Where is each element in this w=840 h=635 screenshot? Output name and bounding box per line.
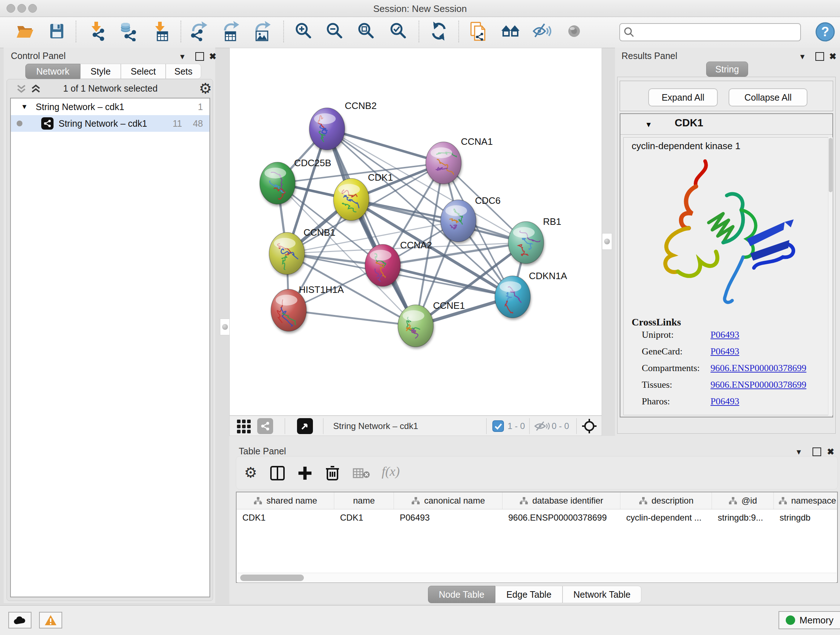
fit-selected-icon[interactable] <box>581 418 597 434</box>
right-splitter-handle[interactable] <box>602 233 612 250</box>
protein-collapse-icon[interactable]: ▼ <box>645 120 652 129</box>
table-panel-maximize-icon[interactable] <box>813 448 821 456</box>
network-collection-row[interactable]: ▼ String Network – cdk1 1 <box>11 98 210 115</box>
function-builder-icon[interactable]: f(x) <box>382 464 400 479</box>
tab-select[interactable]: Select <box>121 64 166 79</box>
network-edge[interactable] <box>327 129 416 326</box>
cloud-button[interactable] <box>8 612 32 629</box>
table-cell[interactable]: CDK1 <box>237 509 334 526</box>
node-label-CCNB1[interactable]: CCNB1 <box>303 227 335 238</box>
show-columns-icon[interactable] <box>270 465 286 481</box>
tab-style[interactable]: Style <box>80 64 121 79</box>
column-header-5[interactable]: description <box>621 492 712 509</box>
node-label-CCNA1[interactable]: CCNA1 <box>461 136 493 147</box>
crosslink-link[interactable]: P06493 <box>711 346 739 357</box>
zoom-selected-icon[interactable] <box>388 21 409 41</box>
hide-unhide-icon[interactable] <box>532 21 553 41</box>
left-splitter-handle[interactable] <box>220 318 230 335</box>
network-node-CCNA2[interactable] <box>365 244 401 287</box>
refresh-icon[interactable] <box>429 21 449 41</box>
table-settings-gear-icon[interactable]: ⚙ <box>244 465 257 480</box>
delete-column-icon[interactable] <box>325 464 340 481</box>
open-session-icon[interactable] <box>14 21 35 41</box>
tab-network[interactable]: Network <box>25 64 80 79</box>
save-session-icon[interactable] <box>47 21 67 41</box>
network-node-RB1[interactable] <box>508 222 544 264</box>
network-edge[interactable] <box>289 310 416 326</box>
tree-expand-icon[interactable]: ▼ <box>21 103 28 111</box>
table-cell[interactable]: stringdb:9... <box>712 509 774 526</box>
zoom-fit-icon[interactable] <box>356 21 377 41</box>
node-label-CDC25B[interactable]: CDC25B <box>294 157 332 168</box>
node-label-CCNB2[interactable]: CCNB2 <box>345 100 377 111</box>
network-node-CCNB1[interactable] <box>269 233 305 274</box>
table-cell[interactable]: stringdb <box>774 509 840 526</box>
column-header-3[interactable]: canonical name <box>394 492 502 509</box>
memory-button[interactable]: Memory <box>778 611 840 629</box>
network-node-CDK1[interactable] <box>333 179 369 220</box>
network-node-CCNA1[interactable] <box>426 142 462 184</box>
results-scrollbar-thumb[interactable] <box>829 138 832 192</box>
collapse-all-icon[interactable] <box>15 82 27 95</box>
column-header-1[interactable]: shared name <box>237 492 334 509</box>
crosslink-link[interactable]: 9606.ENSP00000378699 <box>711 363 806 374</box>
show-graphics-icon[interactable] <box>564 21 584 41</box>
results-panel-float-icon[interactable]: ▾ <box>800 51 805 62</box>
table-row[interactable]: CDK1CDK1P064939606.ENSP00000378699cyclin… <box>237 509 837 526</box>
control-panel-close-icon[interactable]: ✖ <box>209 51 216 62</box>
crosslink-link[interactable]: 9606.ENSP00000378699 <box>711 379 806 390</box>
table-cell[interactable]: cyclin-dependent ... <box>621 509 712 526</box>
node-label-CCNA2[interactable]: CCNA2 <box>400 240 432 250</box>
import-network-icon[interactable] <box>88 21 108 41</box>
results-scrollbar[interactable] <box>828 137 833 415</box>
zoom-out-icon[interactable] <box>325 21 345 41</box>
table-cell[interactable]: P06493 <box>394 509 502 526</box>
export-table-icon[interactable] <box>220 21 240 41</box>
network-node-CDKN1A[interactable] <box>495 276 531 322</box>
node-label-HIST1H1A[interactable]: HIST1H1A <box>299 284 344 295</box>
export-network-icon[interactable] <box>188 21 209 41</box>
network-node-HIST1H1A[interactable] <box>271 289 306 331</box>
results-panel-maximize-icon[interactable] <box>815 52 824 61</box>
birds-eye-view-icon[interactable] <box>297 418 313 434</box>
column-header-2[interactable]: name <box>334 492 394 509</box>
table-hscrollbar[interactable] <box>237 573 836 583</box>
warnings-button[interactable] <box>39 612 62 629</box>
node-label-RB1[interactable]: RB1 <box>543 216 561 227</box>
table-panel-close-icon[interactable]: ✖ <box>827 447 834 457</box>
expand-all-icon[interactable] <box>30 82 42 95</box>
tab-edge-table[interactable]: Edge Table <box>495 586 562 603</box>
add-column-icon[interactable] <box>297 465 313 481</box>
grid-view-icon[interactable] <box>236 419 251 434</box>
network-row[interactable]: String Network – cdk1 11 48 <box>11 115 210 132</box>
network-options-gear-icon[interactable]: ⚙ <box>199 81 212 96</box>
table-cell[interactable]: CDK1 <box>334 509 394 526</box>
crosslink-link[interactable]: P06493 <box>711 396 739 407</box>
annotations-icon[interactable] <box>468 21 488 41</box>
collapse-all-button[interactable]: Collapse All <box>729 88 807 106</box>
delete-table-icon[interactable] <box>353 468 370 479</box>
node-label-CDKN1A[interactable]: CDKN1A <box>529 271 567 281</box>
node-label-CCNE1[interactable]: CCNE1 <box>433 300 465 311</box>
search-input[interactable] <box>638 27 800 38</box>
results-panel-close-icon[interactable]: ✖ <box>829 51 836 62</box>
control-panel-maximize-icon[interactable] <box>195 52 204 61</box>
tab-sets[interactable]: Sets <box>166 64 201 79</box>
crosslink-link[interactable]: P06493 <box>711 329 739 340</box>
node-label-CDC6[interactable]: CDC6 <box>475 195 501 206</box>
network-view-icon[interactable] <box>257 418 273 434</box>
hidden-eye-icon[interactable] <box>534 420 550 432</box>
import-table-icon[interactable] <box>152 21 172 41</box>
expand-all-button[interactable]: Expand All <box>648 88 718 106</box>
node-label-CDK1[interactable]: CDK1 <box>368 172 393 183</box>
export-image-icon[interactable] <box>252 21 272 41</box>
import-network-from-database-icon[interactable] <box>118 21 139 41</box>
network-node-CCNB2[interactable] <box>309 108 345 150</box>
column-header-7[interactable]: namespace <box>774 492 840 509</box>
tab-network-table[interactable]: Network Table <box>562 586 641 603</box>
network-canvas[interactable]: CCNB2CCNA1CDC25BCDK1CDC6RB1CCNB1CCNA2CDK… <box>229 48 602 416</box>
network-node-CCNE1[interactable] <box>398 305 433 347</box>
zoom-in-icon[interactable] <box>294 21 314 41</box>
tab-node-table[interactable]: Node Table <box>428 586 495 603</box>
table-cell[interactable]: 9606.ENSP00000378699 <box>502 509 621 526</box>
